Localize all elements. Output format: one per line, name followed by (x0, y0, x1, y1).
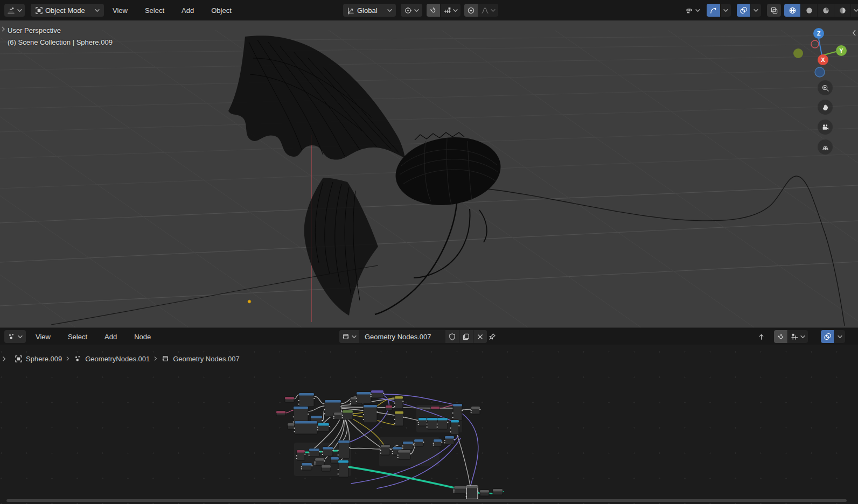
graph-node[interactable] (418, 418, 428, 426)
graph-node[interactable] (454, 486, 468, 493)
menu-select[interactable]: Select (66, 332, 89, 342)
snap-to-dropdown[interactable] (440, 4, 461, 17)
wireframe-mesh-object[interactable] (228, 36, 505, 316)
graph-node[interactable] (298, 393, 315, 407)
graph-node[interactable] (452, 404, 463, 421)
graph-node[interactable] (317, 423, 330, 431)
menu-select[interactable]: Select (143, 5, 166, 16)
xray-toggle[interactable] (767, 4, 781, 17)
shading-material-button[interactable] (817, 4, 834, 17)
graph-node[interactable] (444, 436, 455, 444)
object-visibility-dropdown[interactable] (680, 4, 705, 17)
menu-node[interactable]: Node (132, 332, 153, 342)
node-overlays-group (821, 330, 845, 343)
node-editor-type-selector[interactable] (4, 330, 26, 343)
shading-solid-button[interactable] (800, 4, 817, 17)
mode-dropdown[interactable]: Object Mode (31, 4, 104, 17)
viewport-3d[interactable]: User Perspective (6) Scene Collection | … (0, 20, 858, 327)
breadcrumb-expand-chevron[interactable] (2, 356, 6, 362)
graph-node[interactable] (338, 460, 350, 477)
toolbar-expand-chevron[interactable] (1, 26, 6, 32)
gizmo-axis-z[interactable]: Z (813, 28, 824, 39)
graph-node[interactable] (315, 458, 325, 465)
graph-node[interactable] (294, 421, 318, 434)
graph-node[interactable] (394, 411, 404, 426)
camera-view-button[interactable] (818, 120, 833, 135)
pin-button[interactable] (485, 330, 499, 343)
graph-node[interactable] (338, 440, 351, 458)
node-snap-to-dropdown[interactable] (787, 330, 808, 343)
shading-dropdown[interactable] (850, 4, 858, 17)
graph-node[interactable] (466, 486, 479, 499)
show-overlays-toggle[interactable] (737, 4, 750, 17)
graph-node[interactable] (288, 423, 295, 429)
graph-node[interactable] (433, 439, 443, 446)
graph-node[interactable] (402, 442, 414, 450)
menu-add[interactable]: Add (179, 5, 196, 16)
graph-node[interactable] (386, 405, 392, 410)
pivot-point-dropdown[interactable] (401, 4, 422, 17)
mode-label: Object Mode (45, 6, 85, 15)
show-gizmos-toggle[interactable] (707, 4, 720, 17)
breadcrumb-object[interactable]: Sphere.009 (15, 355, 62, 363)
menu-object[interactable]: Object (209, 5, 234, 16)
pan-view-button[interactable] (818, 100, 833, 115)
new-copy-button[interactable] (459, 330, 473, 343)
graph-node[interactable] (309, 449, 320, 457)
shading-wireframe-button[interactable] (784, 4, 800, 17)
gizmo-axis-x[interactable]: X (818, 54, 828, 65)
sidebar-toggle-chevron[interactable] (852, 29, 857, 37)
gizmo-axis-y[interactable]: Y (836, 45, 847, 56)
navigation-gizmo[interactable]: Z Y X (784, 25, 854, 84)
graph-node[interactable] (322, 447, 334, 456)
orthographic-toggle-button[interactable] (818, 139, 833, 155)
graph-node[interactable] (480, 490, 489, 496)
graph-node[interactable] (450, 420, 460, 435)
parent-tree-button[interactable] (754, 330, 768, 343)
gizmo-axis-minus-z[interactable] (815, 67, 825, 77)
menu-add[interactable]: Add (102, 332, 119, 342)
graph-node[interactable] (397, 450, 411, 459)
proportional-falloff-dropdown[interactable] (478, 4, 498, 17)
graph-node[interactable] (322, 465, 331, 471)
menu-view[interactable]: View (110, 5, 130, 16)
graph-node[interactable] (342, 410, 354, 419)
graph-node[interactable] (363, 405, 378, 423)
proportional-edit-toggle[interactable] (464, 4, 478, 17)
fake-user-button[interactable] (445, 330, 459, 343)
graph-node[interactable] (380, 445, 391, 455)
node-graph[interactable] (0, 345, 858, 504)
transform-orientation-dropdown[interactable]: Global (343, 4, 396, 17)
graph-node[interactable] (437, 418, 449, 429)
graph-node[interactable] (371, 390, 385, 398)
gizmo-axis-minus-x[interactable] (811, 40, 819, 48)
snap-toggle[interactable] (427, 4, 440, 17)
breadcrumb-modifier[interactable]: GeometryNodes.001 (74, 355, 150, 363)
graph-node[interactable] (331, 457, 339, 463)
graph-node[interactable] (285, 397, 294, 402)
node-tree-browse-dropdown[interactable] (339, 330, 359, 343)
graph-node[interactable] (427, 418, 438, 429)
graph-node[interactable] (356, 392, 372, 403)
graph-node[interactable] (301, 463, 313, 470)
node-tree-name-field[interactable]: Geometry Nodes.007 (359, 330, 445, 343)
graph-node[interactable] (471, 407, 481, 414)
graph-node[interactable] (493, 489, 503, 495)
zoom-view-button[interactable] (818, 80, 833, 95)
graph-node[interactable] (276, 411, 285, 416)
menu-view[interactable]: View (33, 332, 53, 342)
node-overlays-dropdown[interactable] (834, 330, 845, 343)
horizontal-scrollbar[interactable] (6, 499, 847, 502)
graph-node[interactable] (296, 450, 306, 460)
graph-node[interactable] (414, 439, 424, 446)
gizmos-dropdown[interactable] (720, 4, 731, 17)
gizmo-axis-minus-y[interactable] (793, 48, 803, 58)
node-snap-toggle[interactable] (774, 330, 787, 343)
shading-rendered-button[interactable] (834, 4, 850, 17)
node-overlays-toggle[interactable] (821, 330, 834, 343)
breadcrumb-node-tree[interactable]: Geometry Nodes.007 (162, 355, 240, 363)
graph-node[interactable] (431, 407, 440, 410)
overlays-dropdown[interactable] (750, 4, 761, 17)
graph-node[interactable] (394, 396, 404, 409)
editor-type-selector[interactable] (4, 4, 25, 17)
